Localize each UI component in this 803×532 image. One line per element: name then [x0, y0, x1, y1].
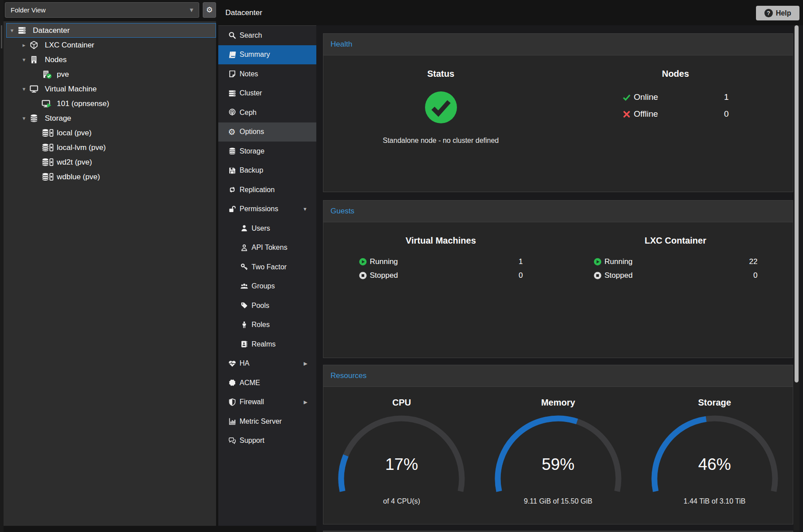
menu-item-label: Ceph — [240, 109, 256, 117]
building-icon — [41, 70, 55, 79]
tag-icon — [240, 301, 252, 310]
guest-status-row-stopped: Stopped0 — [594, 271, 758, 280]
server-stack-icon — [228, 89, 240, 98]
content-scrollbar[interactable] — [794, 25, 799, 532]
guests-panel-body: Virtual MachinesRunning1Stopped0LXC Cont… — [323, 222, 793, 280]
menu-item-support[interactable]: Support — [218, 431, 316, 451]
database-icon — [228, 147, 240, 155]
help-button[interactable]: ? Help — [756, 6, 799, 20]
status-message: Standalone node - no cluster defined — [323, 137, 558, 145]
tree-item-label: wd2t (pve) — [57, 158, 92, 167]
tree-item-storage[interactable]: ▾Storage — [18, 111, 216, 126]
datacenter-menu: SearchSummaryNotesClusterCeph⚙OptionsSto… — [218, 25, 316, 526]
menu-item-label: API Tokens — [252, 244, 287, 252]
menu-item-realms[interactable]: Realms — [218, 335, 316, 354]
nodes-title: Nodes — [558, 69, 793, 79]
menu-item-label: Backup — [240, 166, 263, 174]
building-icon — [29, 55, 43, 64]
menu-item-backup[interactable]: Backup — [218, 161, 316, 181]
health-panel: Health Status Standalone node - no clust… — [323, 33, 793, 192]
tree-item-datacenter[interactable]: ▾Datacenter — [6, 23, 216, 38]
window-left-edge — [0, 0, 4, 532]
tree-item-101-opnsense[interactable]: 101 (opnsense) — [30, 96, 216, 111]
gauge-title: Memory — [480, 398, 637, 408]
gauge-arc: 46% — [648, 413, 781, 497]
address-book-icon — [240, 340, 252, 348]
tree-item-wd2t-pve[interactable]: wd2t (pve) — [30, 155, 216, 169]
resources-panel-header: Resources — [323, 365, 793, 387]
offline-cross-icon — [622, 110, 631, 118]
expand-right-icon[interactable]: ▶ — [304, 361, 307, 366]
tree-caret-down-icon[interactable]: ▾ — [19, 86, 29, 92]
menu-item-notes[interactable]: Notes — [218, 64, 316, 84]
tree-item-local-pve[interactable]: local (pve) — [30, 126, 216, 140]
menu-item-two-factor[interactable]: Two Factor — [218, 257, 316, 277]
menu-item-options[interactable]: ⚙Options — [218, 122, 316, 142]
tree-item-wdblue-pve[interactable]: wdblue (pve) — [30, 169, 216, 184]
guests-column-lxc-container: LXC ContainerRunning22Stopped0 — [558, 236, 793, 280]
running-icon — [594, 258, 602, 266]
resources-panel: Resources CPU17%of 4 CPU(s)Memory59%9.11… — [323, 365, 793, 524]
menu-item-label: Realms — [252, 340, 276, 348]
menu-item-roles[interactable]: Roles — [218, 315, 316, 335]
collapse-down-icon[interactable]: ▼ — [303, 206, 307, 212]
guest-status-label: Stopped — [605, 271, 633, 280]
menu-item-pools[interactable]: Pools — [218, 296, 316, 315]
gauge-detail: of 4 CPU(s) — [323, 497, 480, 505]
menu-item-search[interactable]: Search — [218, 26, 316, 45]
menu-item-label: HA — [240, 359, 249, 367]
menu-item-label: ACME — [240, 379, 260, 387]
gauge-percent: 59% — [492, 455, 625, 474]
tree-item-label: Virtual Machine — [45, 85, 97, 94]
node-status-row-offline: Offline0 — [622, 109, 729, 119]
ceph-icon — [228, 108, 240, 117]
guests-panel-header: Guests — [323, 201, 793, 222]
tree-caret-down-icon[interactable]: ▾ — [7, 27, 17, 34]
database-icon — [29, 114, 43, 123]
guests-column-virtual-machines: Virtual MachinesRunning1Stopped0 — [323, 236, 558, 280]
menu-item-firewall[interactable]: Firewall▶ — [218, 393, 316, 412]
menu-item-groups[interactable]: Groups — [218, 277, 316, 296]
expand-right-icon[interactable]: ▶ — [304, 399, 307, 405]
menu-item-permissions[interactable]: Permissions▼ — [218, 200, 316, 219]
guests-column-title: LXC Container — [558, 236, 793, 246]
page-title: Datacenter — [225, 0, 262, 25]
online-check-icon — [622, 93, 631, 102]
scrollbar-thumb[interactable] — [795, 25, 799, 382]
guests-panel-title: Guests — [331, 207, 354, 216]
running-icon — [359, 258, 367, 266]
guest-status-value: 1 — [519, 257, 523, 266]
menu-item-replication[interactable]: Replication — [218, 180, 316, 200]
tree-item-pve[interactable]: pve — [30, 67, 216, 82]
guest-status-label: Stopped — [370, 271, 398, 280]
user-outline-icon — [240, 244, 252, 252]
menu-item-ceph[interactable]: Ceph — [218, 103, 316, 122]
tree-settings-button[interactable]: ⚙ — [203, 2, 216, 18]
menu-item-metric-server[interactable]: Metric Server — [218, 412, 316, 431]
node-status-label: Offline — [634, 109, 658, 119]
menu-item-cluster[interactable]: Cluster — [218, 84, 316, 103]
tree-caret-down-icon[interactable]: ▾ — [19, 115, 29, 122]
menu-item-summary[interactable]: Summary — [218, 45, 316, 65]
tree-item-local-lvm-pve[interactable]: local-lvm (pve) — [30, 140, 216, 155]
key-icon — [240, 263, 252, 271]
menu-item-api-tokens[interactable]: API Tokens — [218, 238, 316, 258]
menu-item-acme[interactable]: ACME — [218, 373, 316, 393]
guest-rows: Running1Stopped0 — [359, 257, 523, 280]
view-selector-dropdown[interactable]: Folder View ▼ — [5, 2, 199, 18]
tree-item-nodes[interactable]: ▾Nodes — [18, 52, 216, 67]
menu-item-label: Groups — [252, 282, 275, 290]
book-icon — [228, 51, 240, 59]
tree-item-virtual-machine[interactable]: ▾Virtual Machine — [18, 82, 216, 96]
tree-caret-down-icon[interactable]: ▾ — [19, 56, 29, 63]
menu-item-label: Pools — [252, 302, 269, 310]
menu-item-ha[interactable]: HA▶ — [218, 354, 316, 374]
gauge-detail: 1.44 TiB of 3.10 TiB — [636, 497, 793, 505]
menu-item-users[interactable]: Users — [218, 219, 316, 238]
tree-item-label: wdblue (pve) — [57, 173, 100, 181]
menu-item-label: Roles — [252, 321, 270, 329]
menu-item-label: Permissions — [240, 205, 278, 213]
tree-caret-right-icon[interactable]: ▸ — [19, 42, 29, 48]
menu-item-storage[interactable]: Storage — [218, 142, 316, 161]
tree-item-lxc-container[interactable]: ▸LXC Container — [18, 38, 216, 52]
